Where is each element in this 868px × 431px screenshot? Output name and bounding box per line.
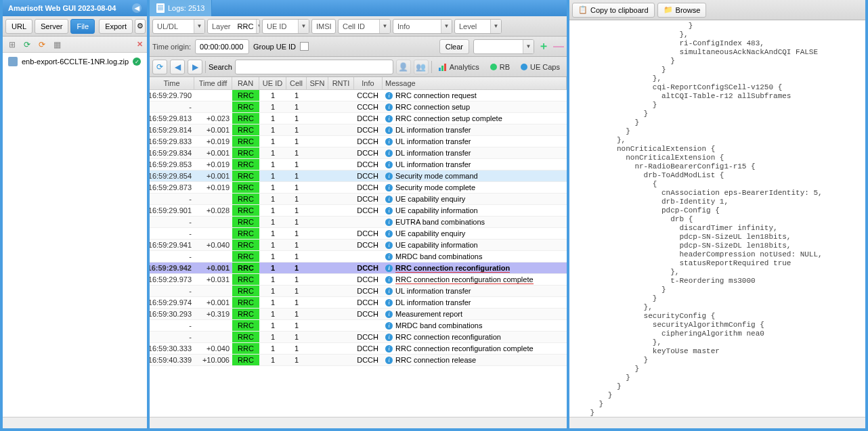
copy-clipboard-button[interactable]: 📋Copy to clipboard xyxy=(572,3,655,18)
log-row[interactable]: 16:59:29.873+0.019RRC11DCCHiSecurity mod… xyxy=(150,182,567,194)
close-file-icon[interactable]: ✕ xyxy=(137,40,143,49)
search-prev-icon[interactable]: 👤 xyxy=(396,60,411,74)
col-ueid[interactable]: UE ID xyxy=(259,77,286,89)
col-cell[interactable]: Cell xyxy=(286,77,307,89)
uecaps-link[interactable]: UE Caps xyxy=(517,63,564,71)
filter-info[interactable]: Info▼ xyxy=(393,19,452,34)
info-icon: i xyxy=(385,196,393,203)
group-ueid-checkbox[interactable] xyxy=(300,42,309,51)
rb-link[interactable]: RB xyxy=(486,63,514,71)
log-row[interactable]: 16:59:29.942+0.001RRC11DCCHiRRC connecti… xyxy=(150,263,567,274)
chevron-down-icon[interactable]: ▼ xyxy=(441,20,452,33)
chevron-down-icon[interactable]: ▼ xyxy=(379,20,390,33)
log-row[interactable]: -RRC11DCCHiUL information transfer xyxy=(150,286,567,297)
filter-bar: UL/DL▼ LayerRRC▼ UE ID▼ IMSI Cell ID▼ In… xyxy=(150,16,567,37)
log-row[interactable]: -RRC11iMRDC band combinations xyxy=(150,320,567,332)
file-item[interactable]: enb-export-6CCLTE-1NR.log.zip ✓ xyxy=(5,55,144,68)
info-icon: i xyxy=(385,173,393,180)
info-icon: i xyxy=(385,219,393,226)
info-icon: i xyxy=(385,138,393,145)
search-input[interactable] xyxy=(235,60,393,74)
file-icon xyxy=(8,57,18,66)
log-row[interactable]: -RRC11DCCHiUE capability enquiry xyxy=(150,228,567,240)
info-icon: i xyxy=(385,161,393,168)
chevron-down-icon[interactable]: ▼ xyxy=(256,20,260,33)
log-row[interactable]: 16:59:29.814+0.001RRC11DCCHiDL informati… xyxy=(150,124,567,136)
tab-logs[interactable]: Logs: 2513 xyxy=(150,0,212,16)
log-row[interactable]: 16:59:29.974+0.001RRC11DCCHiDL informati… xyxy=(150,297,567,309)
info-icon: i xyxy=(385,207,393,214)
message-detail[interactable]: } }, ri-ConfigIndex 483, simultaneousAck… xyxy=(569,20,865,417)
left-hscroll[interactable] xyxy=(3,417,147,428)
clipboard-icon: 📋 xyxy=(578,5,588,14)
export-button[interactable]: Export xyxy=(99,19,133,34)
log-row[interactable]: -RRC11CCCHiRRC connection setup xyxy=(150,101,567,113)
prev-button[interactable]: ◀ xyxy=(170,60,185,74)
right-hscroll[interactable] xyxy=(569,417,865,428)
tree-expand-icon[interactable]: ⊞ xyxy=(7,39,18,50)
remove-icon[interactable]: — xyxy=(553,41,564,53)
browse-button[interactable]: 📁Browse xyxy=(657,3,707,18)
log-row[interactable]: 16:59:29.813+0.023RRC11DCCHiRRC connecti… xyxy=(150,113,567,124)
log-row[interactable]: 16:59:30.333+0.040RRC11DCCHiRRC connecti… xyxy=(150,343,567,355)
log-row[interactable]: -RRC11DCCHiUE capability enquiry xyxy=(150,194,567,205)
log-row[interactable]: 16:59:40.339+10.006RRC11DCCHiRRC connect… xyxy=(150,355,567,366)
chevron-down-icon[interactable]: ▼ xyxy=(523,40,534,53)
col-info[interactable]: Info xyxy=(354,77,383,89)
log-row[interactable]: 16:59:29.853+0.019RRC11DCCHiUL informati… xyxy=(150,159,567,171)
info-icon: i xyxy=(385,265,393,272)
log-row[interactable]: -RRC11iEUTRA band combinations xyxy=(150,217,567,228)
info-icon: i xyxy=(385,104,393,111)
url-button[interactable]: URL xyxy=(5,19,32,34)
log-row[interactable]: 16:59:29.901+0.028RRC11DCCHiUE capabilit… xyxy=(150,205,567,217)
chevron-down-icon[interactable]: ▼ xyxy=(298,20,309,33)
filter-level[interactable]: Level▼ xyxy=(454,19,502,34)
filter-ueid[interactable]: UE ID▼ xyxy=(262,19,309,34)
log-grid[interactable]: Time Time diff RAN UE ID Cell SFN RNTI I… xyxy=(150,77,567,417)
center-hscroll[interactable] xyxy=(150,417,567,428)
log-row[interactable]: 16:59:29.973+0.031RRC11DCCHiRRC connecti… xyxy=(150,274,567,286)
next-button[interactable]: ▶ xyxy=(188,60,202,74)
refresh-button[interactable]: ⟳ xyxy=(152,60,167,74)
search-next-icon[interactable]: 👥 xyxy=(414,60,429,74)
app-title: Amarisoft Web GUI 2023-08-04 xyxy=(8,4,116,12)
file-list: enb-export-6CCLTE-1NR.log.zip ✓ xyxy=(3,53,147,417)
col-ran[interactable]: RAN xyxy=(232,77,259,89)
filter-imsi[interactable]: IMSI xyxy=(311,19,336,34)
info-icon: i xyxy=(385,230,393,237)
refresh-green-icon[interactable]: ⟳ xyxy=(22,39,32,50)
info-icon: i xyxy=(385,127,393,134)
info-icon: i xyxy=(385,276,393,283)
log-row[interactable]: -RRC11iMRDC band combinations xyxy=(150,251,567,263)
clear-combo[interactable]: ▼ xyxy=(473,39,534,54)
log-row[interactable]: 16:59:29.790RRC11CCCHiRRC connection req… xyxy=(150,90,567,101)
filter-uldl[interactable]: UL/DL▼ xyxy=(152,19,205,34)
filter-cellid[interactable]: Cell ID▼ xyxy=(338,19,391,34)
log-row[interactable]: 16:59:29.834+0.001RRC11DCCHiDL informati… xyxy=(150,148,567,159)
chevron-down-icon[interactable]: ▼ xyxy=(490,20,501,33)
search-label: Search xyxy=(209,63,232,71)
log-row[interactable]: 16:59:30.293+0.319RRC11DCCHiMeasurement … xyxy=(150,309,567,320)
col-diff[interactable]: Time diff xyxy=(194,77,232,89)
add-icon[interactable]: ＋ xyxy=(538,39,549,53)
log-row[interactable]: 16:59:29.941+0.040RRC11DCCHiUE capabilit… xyxy=(150,240,567,251)
col-rnti[interactable]: RNTI xyxy=(328,77,354,89)
col-sfn[interactable]: SFN xyxy=(307,77,328,89)
analytics-link[interactable]: Analytics xyxy=(435,63,483,71)
server-button[interactable]: Server xyxy=(35,19,68,34)
collapse-left-icon[interactable]: ◀ xyxy=(132,3,142,13)
log-row[interactable]: -RRC11DCCHiRRC connection reconfiguratio… xyxy=(150,332,567,343)
col-time[interactable]: Time xyxy=(150,77,194,89)
grid-icon[interactable]: ▦ xyxy=(51,39,62,50)
log-row[interactable]: 16:59:29.833+0.019RRC11DCCHiUL informati… xyxy=(150,136,567,148)
chevron-down-icon[interactable]: ▼ xyxy=(194,20,204,33)
rb-icon xyxy=(490,64,497,70)
col-msg[interactable]: Message xyxy=(383,77,567,89)
log-row[interactable]: 16:59:29.854+0.001RRC11DCCHiSecurity mod… xyxy=(150,171,567,182)
time-origin-input[interactable] xyxy=(195,39,249,54)
clear-button[interactable]: Clear xyxy=(439,39,469,54)
filter-layer[interactable]: LayerRRC▼ xyxy=(207,19,260,34)
refresh-orange-icon[interactable]: ⟳ xyxy=(37,39,47,50)
file-button[interactable]: File xyxy=(70,19,95,34)
gear-button[interactable]: ⚙ xyxy=(135,19,146,34)
